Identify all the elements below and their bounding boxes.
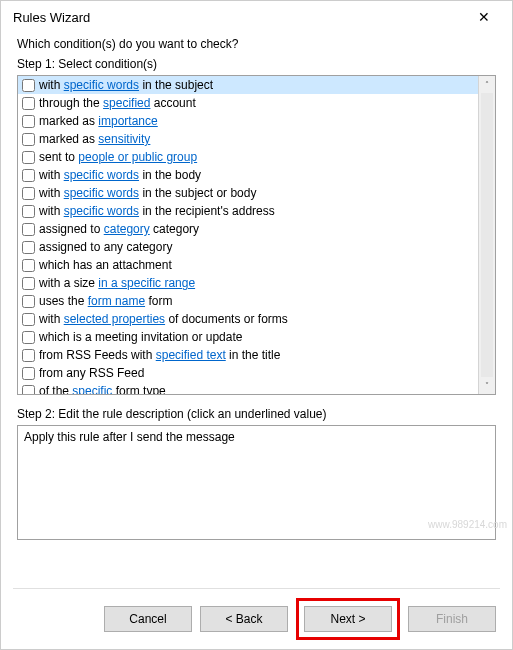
condition-checkbox[interactable]: [22, 241, 35, 254]
condition-text: with specific words in the body: [39, 168, 201, 182]
scroll-thumb[interactable]: [481, 93, 493, 377]
conditions-list-container: with specific words in the subjectthroug…: [17, 75, 496, 395]
finish-button[interactable]: Finish: [408, 606, 496, 632]
next-button[interactable]: Next >: [304, 606, 392, 632]
condition-checkbox[interactable]: [22, 295, 35, 308]
condition-item[interactable]: with specific words in the body: [18, 166, 478, 184]
close-button[interactable]: ✕: [464, 3, 504, 31]
condition-checkbox[interactable]: [22, 133, 35, 146]
chevron-down-icon: ˅: [485, 381, 489, 390]
button-bar: Cancel < Back Next > Finish: [1, 589, 512, 649]
condition-item[interactable]: which is a meeting invitation or update: [18, 328, 478, 346]
condition-checkbox[interactable]: [22, 367, 35, 380]
chevron-up-icon: ˄: [485, 80, 489, 89]
condition-text: which is a meeting invitation or update: [39, 330, 242, 344]
condition-text: from RSS Feeds with specified text in th…: [39, 348, 280, 362]
close-icon: ✕: [478, 9, 490, 25]
condition-link[interactable]: specific words: [64, 204, 139, 218]
condition-item[interactable]: with specific words in the subject: [18, 76, 478, 94]
rules-wizard-window: Rules Wizard ✕ Which condition(s) do you…: [0, 0, 513, 650]
step2-label: Step 2: Edit the rule description (click…: [17, 407, 496, 421]
condition-checkbox[interactable]: [22, 151, 35, 164]
condition-text: with specific words in the recipient's a…: [39, 204, 275, 218]
condition-link[interactable]: form name: [88, 294, 145, 308]
wizard-question: Which condition(s) do you want to check?: [17, 37, 496, 51]
condition-item[interactable]: which has an attachment: [18, 256, 478, 274]
rule-description-text: Apply this rule after I send the message: [24, 430, 235, 444]
condition-link[interactable]: specified: [103, 96, 150, 110]
condition-item[interactable]: from any RSS Feed: [18, 364, 478, 382]
condition-item[interactable]: marked as sensitivity: [18, 130, 478, 148]
condition-item[interactable]: assigned to category category: [18, 220, 478, 238]
condition-text: from any RSS Feed: [39, 366, 144, 380]
condition-checkbox[interactable]: [22, 205, 35, 218]
step1-label: Step 1: Select condition(s): [17, 57, 496, 71]
condition-item[interactable]: sent to people or public group: [18, 148, 478, 166]
condition-checkbox[interactable]: [22, 259, 35, 272]
condition-link[interactable]: specific words: [64, 186, 139, 200]
condition-checkbox[interactable]: [22, 187, 35, 200]
condition-item[interactable]: marked as importance: [18, 112, 478, 130]
condition-checkbox[interactable]: [22, 97, 35, 110]
condition-link[interactable]: category: [104, 222, 150, 236]
condition-checkbox[interactable]: [22, 169, 35, 182]
condition-checkbox[interactable]: [22, 331, 35, 344]
content-area: Which condition(s) do you want to check?…: [1, 33, 512, 588]
condition-text: marked as importance: [39, 114, 158, 128]
condition-checkbox[interactable]: [22, 223, 35, 236]
condition-text: with a size in a specific range: [39, 276, 195, 290]
condition-text: with specific words in the subject: [39, 78, 213, 92]
next-button-highlight: Next >: [296, 598, 400, 640]
condition-checkbox[interactable]: [22, 385, 35, 395]
condition-text: with specific words in the subject or bo…: [39, 186, 256, 200]
condition-link[interactable]: selected properties: [64, 312, 165, 326]
condition-item[interactable]: with specific words in the recipient's a…: [18, 202, 478, 220]
cancel-button[interactable]: Cancel: [104, 606, 192, 632]
condition-link[interactable]: people or public group: [78, 150, 197, 164]
condition-link[interactable]: specified text: [156, 348, 226, 362]
condition-checkbox[interactable]: [22, 79, 35, 92]
condition-link[interactable]: importance: [98, 114, 157, 128]
condition-text: sent to people or public group: [39, 150, 197, 164]
condition-link[interactable]: specific words: [64, 168, 139, 182]
scrollbar[interactable]: ˄ ˅: [478, 76, 495, 394]
condition-item[interactable]: with specific words in the subject or bo…: [18, 184, 478, 202]
condition-text: through the specified account: [39, 96, 196, 110]
condition-link[interactable]: specific words: [64, 78, 139, 92]
condition-checkbox[interactable]: [22, 313, 35, 326]
condition-item[interactable]: of the specific form type: [18, 382, 478, 394]
condition-link[interactable]: in a specific range: [98, 276, 195, 290]
condition-item[interactable]: with a size in a specific range: [18, 274, 478, 292]
condition-item[interactable]: assigned to any category: [18, 238, 478, 256]
condition-item[interactable]: from RSS Feeds with specified text in th…: [18, 346, 478, 364]
title-bar: Rules Wizard ✕: [1, 1, 512, 33]
condition-text: which has an attachment: [39, 258, 172, 272]
condition-text: marked as sensitivity: [39, 132, 150, 146]
condition-item[interactable]: uses the form name form: [18, 292, 478, 310]
condition-checkbox[interactable]: [22, 277, 35, 290]
condition-text: assigned to any category: [39, 240, 172, 254]
condition-text: of the specific form type: [39, 384, 166, 394]
condition-text: assigned to category category: [39, 222, 199, 236]
condition-item[interactable]: through the specified account: [18, 94, 478, 112]
condition-text: uses the form name form: [39, 294, 172, 308]
condition-item[interactable]: with selected properties of documents or…: [18, 310, 478, 328]
scroll-down-button[interactable]: ˅: [479, 377, 495, 394]
rule-description-box[interactable]: Apply this rule after I send the message: [17, 425, 496, 540]
window-title: Rules Wizard: [13, 10, 464, 25]
conditions-list: with specific words in the subjectthroug…: [18, 76, 478, 394]
condition-text: with selected properties of documents or…: [39, 312, 288, 326]
condition-link[interactable]: specific: [72, 384, 112, 394]
condition-checkbox[interactable]: [22, 115, 35, 128]
back-button[interactable]: < Back: [200, 606, 288, 632]
condition-link[interactable]: sensitivity: [98, 132, 150, 146]
scroll-up-button[interactable]: ˄: [479, 76, 495, 93]
condition-checkbox[interactable]: [22, 349, 35, 362]
